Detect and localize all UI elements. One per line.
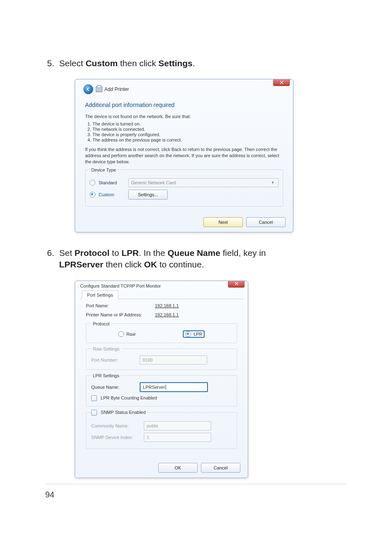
radio-icon [118, 331, 124, 337]
device-type-legend: Device Type [90, 167, 118, 172]
lpr-radio[interactable]: LPR [183, 330, 205, 338]
close-button[interactable] [228, 281, 244, 288]
port-name-value: 192.168.1.1 [155, 303, 179, 308]
standard-combobox[interactable]: Generic Network Card ▾ [128, 178, 279, 187]
queue-name-input[interactable]: LPRServer [140, 382, 208, 392]
bold-settings: Settings [159, 58, 193, 68]
text: . [192, 58, 195, 68]
dialog-heading: Additional port information required [85, 102, 285, 108]
printer-ip-value: 192.168.1.1 [155, 312, 179, 317]
protocol-group: Protocol Raw LPR [86, 321, 237, 343]
cancel-button[interactable]: Cancel [246, 217, 286, 227]
queue-name-value: LPRServer [143, 385, 165, 390]
snmp-index-input: 1 [144, 433, 211, 442]
bold: LPRServer [59, 260, 103, 269]
dialog-footer: Next Cancel [75, 212, 293, 232]
configure-port-dialog: Configure Standard TCP/IP Port Monitor P… [75, 281, 248, 478]
lpr-settings-legend: LPR Settings [91, 373, 121, 378]
bold: Queue Name [168, 248, 220, 258]
text: field, key in [220, 248, 266, 258]
ok-button[interactable]: OK [158, 463, 198, 473]
lpr-byte-checkbox[interactable] [91, 395, 97, 401]
page-footer: 94 [45, 484, 347, 499]
raw-label: Raw [127, 332, 136, 337]
back-button[interactable] [83, 84, 93, 94]
raw-settings-group: Raw Settings Port Number: 9100 [86, 346, 237, 370]
radio-icon [185, 331, 191, 337]
lpr-settings-group: LPR Settings Queue Name: LPRServer LPR B… [86, 373, 237, 406]
lpr-label: LPR [194, 332, 202, 337]
radio-icon [90, 180, 95, 186]
list-item: The network is connected. [92, 127, 283, 132]
dialog-title: Add Printer [104, 86, 129, 92]
snmp-checkbox[interactable] [91, 410, 97, 416]
intro-text: The device is not found on the network. … [85, 114, 283, 119]
text: Select [59, 58, 85, 68]
cancel-button[interactable]: Cancel [201, 463, 240, 473]
printer-icon [96, 86, 102, 92]
checklist: The device is turned on. The network is … [85, 121, 283, 142]
settings-button[interactable]: Settings... [128, 190, 168, 200]
standard-radio-row[interactable]: Standard Generic Network Card ▾ [90, 178, 279, 187]
step-text: Set Protocol to LPR. In the Queue Name f… [59, 247, 347, 271]
close-button[interactable] [273, 79, 290, 86]
step-text: Select Custom then click Settings. [59, 58, 347, 69]
raw-settings-legend: Raw Settings [91, 346, 121, 351]
close-icon [280, 81, 284, 84]
tab-port-settings[interactable]: Port Settings [82, 290, 118, 299]
list-item: The device is turned on. [92, 121, 283, 126]
step-number: 6. [45, 247, 54, 271]
dialog-title: Configure Standard TCP/IP Port Monitor [75, 281, 248, 289]
custom-radio-row[interactable]: Custom Settings... [90, 190, 279, 200]
printer-ip-label: Printer Name or IP Address: [86, 312, 152, 317]
back-arrow-icon [86, 87, 91, 92]
text: to continue. [157, 260, 204, 269]
radio-icon [90, 192, 95, 197]
add-printer-dialog: Add Printer Additional port information … [75, 79, 293, 232]
text-caret-icon [166, 385, 166, 390]
snmp-label: SNMP Status Enabled [101, 410, 145, 415]
next-button[interactable]: Next [203, 217, 243, 227]
step-6: 6. Set Protocol to LPR. In the Queue Nam… [45, 247, 347, 271]
community-label: Community Name: [91, 423, 141, 428]
raw-radio[interactable]: Raw [118, 330, 136, 338]
text: then click [118, 58, 158, 68]
port-number-label: Port Number: [91, 358, 136, 362]
tab-bar: Port Settings [80, 290, 243, 299]
bold-custom: Custom [85, 58, 118, 68]
port-name-label: Port Name: [86, 303, 152, 308]
text: then click [103, 260, 144, 269]
list-item: The address on the previous page is corr… [92, 137, 283, 142]
bold: OK [144, 260, 157, 269]
combo-value: Generic Network Card [131, 180, 176, 185]
custom-label: Custom [99, 192, 125, 197]
help-paragraph: If you think the address is not correct,… [85, 146, 283, 165]
page-number: 94 [45, 490, 54, 499]
list-item: The device is properly configured. [92, 132, 283, 137]
text: Set [59, 248, 74, 258]
community-input: public [144, 421, 211, 430]
snmp-index-label: SNMP Device Index: [91, 435, 141, 440]
close-icon [235, 282, 238, 286]
port-number-input: 9100 [140, 355, 207, 365]
chevron-down-icon: ▾ [270, 180, 276, 185]
device-type-group: Device Type Standard Generic Network Car… [85, 167, 283, 207]
text: to [110, 248, 122, 258]
standard-label: Standard [99, 180, 125, 185]
protocol-legend: Protocol [91, 321, 111, 326]
lpr-byte-label: LPR Byte Counting Enabled [101, 395, 157, 400]
text: . In the [139, 248, 168, 258]
bold: Protocol [74, 248, 109, 258]
bold: LPR [122, 248, 139, 258]
dialog-footer: OK Cancel [75, 458, 248, 478]
queue-name-label: Queue Name: [91, 385, 136, 390]
step-5: 5. Select Custom then click Settings. [45, 58, 347, 69]
snmp-group: SNMP Status Enabled Community Name: publ… [86, 410, 237, 449]
step-number: 5. [45, 58, 54, 69]
